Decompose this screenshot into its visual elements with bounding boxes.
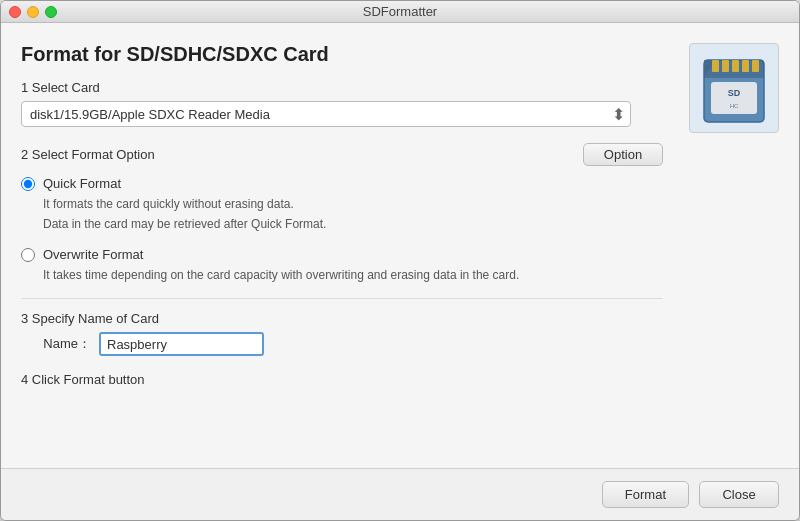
title-bar: SDFormatter	[1, 1, 799, 23]
section3-label: 3 Specify Name of Card	[21, 311, 663, 326]
side-panel: SD HC	[679, 43, 779, 458]
overwrite-format-radio[interactable]	[21, 248, 35, 262]
traffic-lights	[9, 6, 57, 18]
svg-rect-3	[712, 60, 719, 72]
page-title: Format for SD/SDHC/SDXC Card	[21, 43, 663, 66]
svg-rect-7	[752, 60, 759, 72]
sd-card-image: SD HC	[689, 43, 779, 133]
svg-text:SD: SD	[728, 88, 741, 98]
main-panel: Format for SD/SDHC/SDXC Card 1 Select Ca…	[21, 43, 663, 458]
quick-format-radio[interactable]	[21, 177, 35, 191]
quick-format-section: Quick Format It formats the card quickly…	[21, 176, 663, 233]
window-title: SDFormatter	[363, 4, 437, 19]
quick-format-label: Quick Format	[43, 176, 121, 191]
overwrite-format-desc: It takes time depending on the card capa…	[43, 266, 663, 284]
main-content: Format for SD/SDHC/SDXC Card 1 Select Ca…	[1, 23, 799, 458]
app-window: SDFormatter Format for SD/SDHC/SDXC Card…	[0, 0, 800, 521]
svg-rect-5	[732, 60, 739, 72]
format-button[interactable]: Format	[602, 481, 689, 508]
quick-format-desc2: Data in the card may be retrieved after …	[43, 215, 663, 233]
name-field-label: Name：	[21, 335, 91, 353]
section1-label: 1 Select Card	[21, 80, 663, 95]
close-button[interactable]	[9, 6, 21, 18]
close-button-footer[interactable]: Close	[699, 481, 779, 508]
svg-rect-4	[722, 60, 729, 72]
overwrite-format-label: Overwrite Format	[43, 247, 143, 262]
minimize-button[interactable]	[27, 6, 39, 18]
section4-label: 4 Click Format button	[21, 372, 663, 387]
svg-text:HC: HC	[730, 103, 739, 109]
option-button[interactable]: Option	[583, 143, 663, 166]
name-row: Name：	[21, 332, 663, 356]
quick-format-desc1: It formats the card quickly without eras…	[43, 195, 663, 213]
maximize-button[interactable]	[45, 6, 57, 18]
card-select[interactable]: disk1/15.9GB/Apple SDXC Reader Media	[21, 101, 631, 127]
svg-rect-6	[742, 60, 749, 72]
section2-label: 2 Select Format Option	[21, 147, 155, 162]
quick-format-radio-item: Quick Format	[21, 176, 663, 191]
name-input[interactable]	[99, 332, 264, 356]
card-select-wrapper: disk1/15.9GB/Apple SDXC Reader Media ⬍	[21, 101, 631, 127]
footer: Format Close	[1, 468, 799, 520]
svg-rect-8	[711, 82, 757, 114]
sd-card-icon: SD HC	[699, 48, 769, 128]
overwrite-format-section: Overwrite Format It takes time depending…	[21, 247, 663, 284]
divider	[21, 298, 663, 299]
section2-header-row: 2 Select Format Option Option	[21, 143, 663, 166]
overwrite-format-radio-item: Overwrite Format	[21, 247, 663, 262]
